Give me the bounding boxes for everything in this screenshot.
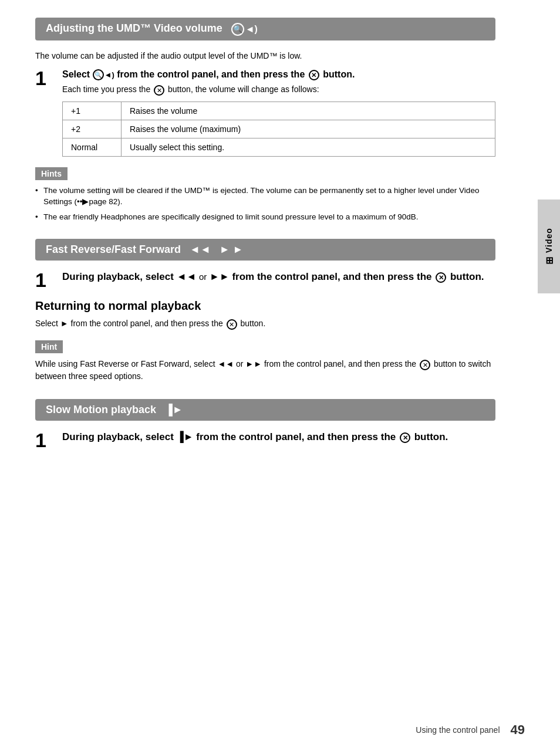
umd-intro: The volume can be adjusted if the audio …	[35, 50, 495, 62]
table-cell-desc3: Usually select this setting.	[122, 138, 495, 156]
step-umd-1: 1 Select 🔍◄) from the control panel, and…	[35, 68, 495, 157]
table-cell-val1: +1	[63, 102, 122, 120]
section-header-umd: Adjusting the UMD™ Video volume 🔍 ◄)	[35, 18, 495, 40]
step-content-fast-1: During playback, select ◄◄ or ►► from th…	[62, 270, 495, 288]
hints-list: The volume setting will be cleared if th…	[35, 185, 495, 223]
page-number: 49	[511, 722, 525, 738]
circle-x-hint: ✕	[420, 360, 430, 370]
section-header-fast: Fast Reverse/Fast Forward ◄◄ ► ►	[35, 239, 495, 261]
hint-box-fast: Hint While using Fast Reverse or Fast Fo…	[35, 340, 495, 383]
table-cell-val2: +2	[63, 120, 122, 138]
sidebar-video-text: Video	[544, 228, 554, 253]
section-header-text: Adjusting the UMD™ Video volume 🔍 ◄)	[46, 22, 258, 36]
step-number-1: 1	[35, 68, 54, 88]
main-content: Adjusting the UMD™ Video volume 🔍 ◄) The…	[0, 0, 560, 476]
step-slow-1: 1 During playback, select ▐► from the co…	[35, 430, 495, 450]
section-fast-reverse: Fast Reverse/Fast Forward ◄◄ ► ► 1 Durin…	[35, 239, 495, 383]
table-row: +2 Raises the volume (maximum)	[63, 120, 495, 138]
hint-label-fast: Hint	[35, 340, 63, 353]
footer-text: Using the control panel	[416, 725, 500, 735]
returning-desc: Select ► from the control panel, and the…	[35, 317, 495, 330]
step-number-slow-1: 1	[35, 430, 54, 450]
step-title-fast-1: During playback, select ◄◄ or ►► from th…	[62, 270, 495, 284]
hint-text-fast: While using Fast Reverse or Fast Forward…	[35, 358, 495, 383]
table-row: +1 Raises the volume	[63, 102, 495, 120]
circle-x-slow: ✕	[400, 432, 410, 443]
volume-table: +1 Raises the volume +2 Raises the volum…	[62, 102, 495, 157]
step-title-1: Select 🔍◄) from the control panel, and t…	[62, 68, 495, 81]
circle-x-return: ✕	[227, 319, 237, 330]
table-cell-desc1: Raises the volume	[122, 102, 495, 120]
step-content-slow-1: During playback, select ▐► from the cont…	[62, 430, 495, 448]
step-title-slow-1: During playback, select ▐► from the cont…	[62, 430, 495, 444]
table-cell-desc2: Raises the volume (maximum)	[122, 120, 495, 138]
hints-box: Hints The volume setting will be cleared…	[35, 167, 495, 223]
hints-label: Hints	[35, 167, 68, 180]
section-header-slow-text: Slow Motion playback ▐►	[46, 404, 183, 416]
section-umd-volume: Adjusting the UMD™ Video volume 🔍 ◄) The…	[35, 18, 495, 222]
sidebar-video-icon: ⊞	[544, 256, 555, 265]
page-footer: Using the control panel 49	[416, 722, 525, 738]
step-content-1: Select 🔍◄) from the control panel, and t…	[62, 68, 495, 157]
step-fast-1: 1 During playback, select ◄◄ or ►► from …	[35, 270, 495, 290]
table-row: Normal Usually select this setting.	[63, 138, 495, 156]
step-number-fast-1: 1	[35, 270, 54, 290]
section-header-slow: Slow Motion playback ▐►	[35, 399, 495, 421]
step-desc-1: Each time you press the ✕ button, the vo…	[62, 84, 495, 95]
circle-x-symbol: ✕	[309, 70, 319, 80]
section-slow-motion: Slow Motion playback ▐► 1 During playbac…	[35, 399, 495, 450]
hint-item-1: The volume setting will be cleared if th…	[35, 185, 495, 208]
returning-subsection: Returning to normal playback Select ► fr…	[35, 299, 495, 330]
circle-x-fast: ✕	[436, 272, 446, 283]
table-cell-val3: Normal	[63, 138, 122, 156]
section-header-fast-text: Fast Reverse/Fast Forward ◄◄ ► ►	[46, 244, 243, 256]
subsection-title: Returning to normal playback	[35, 299, 495, 313]
circle-x-2: ✕	[154, 85, 164, 96]
sidebar-video-label: ⊞ Video	[538, 200, 560, 293]
hint-item-2: The ear friendly Headphones are specific…	[35, 211, 495, 223]
